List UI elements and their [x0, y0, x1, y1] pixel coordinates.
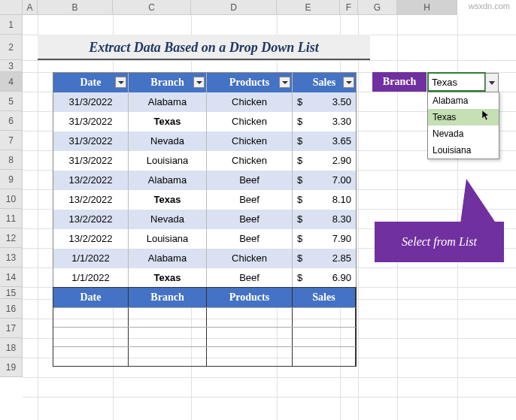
row-header-18[interactable]: 18	[0, 338, 23, 358]
cell-currency[interactable]: $	[293, 210, 315, 229]
cell-sales[interactable]: 8.10	[315, 190, 356, 210]
row-header-19[interactable]: 19	[0, 358, 23, 377]
col-header-branch[interactable]: Branch	[129, 73, 207, 92]
select-all-corner[interactable]	[0, 0, 23, 15]
row-header-13[interactable]: 13	[0, 248, 23, 267]
col-header-A[interactable]: A	[23, 0, 38, 15]
cell-currency[interactable]: $	[293, 112, 315, 131]
cell-date[interactable]: 13/2/2022	[53, 171, 129, 190]
table-row[interactable]: 31/3/2022TexasChicken$3.30	[53, 112, 356, 131]
filter-icon[interactable]	[115, 77, 126, 88]
cell-currency[interactable]: $	[293, 131, 315, 151]
cell-sales[interactable]: 3.50	[315, 92, 356, 112]
cell-products[interactable]: Chicken	[207, 249, 293, 268]
cell-currency[interactable]: $	[293, 229, 315, 249]
col-header-F[interactable]: F	[340, 0, 358, 15]
row-header-17[interactable]: 17	[0, 319, 23, 338]
row-header-5[interactable]: 5	[0, 92, 23, 111]
out-cell[interactable]	[207, 328, 293, 346]
row-header-14[interactable]: 14	[0, 267, 23, 287]
out-cell[interactable]	[293, 308, 356, 327]
row-header-1[interactable]: 1	[0, 15, 23, 35]
col-header-products[interactable]: Products	[207, 73, 293, 92]
table-row[interactable]: 1/1/2022AlabamaChicken$2.85	[53, 249, 356, 268]
row-header-6[interactable]: 6	[0, 111, 23, 131]
dropdown-button[interactable]	[485, 73, 499, 92]
table-row[interactable]: 13/2/2022LouisianaBeef$7.90	[53, 229, 356, 249]
table-row[interactable]: 13/2/2022TexasBeef$8.10	[53, 190, 356, 210]
cell-products[interactable]: Beef	[207, 210, 293, 229]
row-header-8[interactable]: 8	[0, 150, 23, 170]
cell-date[interactable]: 1/1/2022	[53, 249, 129, 268]
row-header-11[interactable]: 11	[0, 209, 23, 228]
row-header-10[interactable]: 10	[0, 189, 23, 209]
table-row[interactable]: 13/2/2022NevadaBeef$8.30	[53, 210, 356, 229]
table-row[interactable]: 13/2/2022AlabamaBeef$7.00	[53, 171, 356, 190]
cell-sales[interactable]: 7.00	[315, 171, 356, 190]
col-header-H[interactable]: H	[397, 0, 457, 15]
cell-branch[interactable]: Nevada	[129, 131, 207, 151]
cell-branch[interactable]: Alabama	[129, 171, 207, 190]
cell-products[interactable]: Beef	[207, 190, 293, 210]
cell-products[interactable]: Chicken	[207, 92, 293, 112]
filter-icon[interactable]	[279, 77, 290, 88]
dropdown-item[interactable]: Nevada	[428, 125, 499, 142]
row-header-4[interactable]: 4	[0, 72, 23, 92]
cell-branch[interactable]: Alabama	[129, 249, 207, 268]
cell-sales[interactable]: 8.30	[315, 210, 356, 229]
out-cell[interactable]	[293, 347, 356, 366]
cell-branch[interactable]: Alabama	[129, 92, 207, 112]
row-header-9[interactable]: 9	[0, 170, 23, 189]
cell-products[interactable]: Beef	[207, 268, 293, 288]
cell-sales[interactable]: 2.85	[315, 249, 356, 268]
cell-branch[interactable]: Louisiana	[129, 151, 207, 171]
cell-branch[interactable]: Nevada	[129, 210, 207, 229]
cell-date[interactable]: 31/3/2022	[53, 151, 129, 171]
cell-currency[interactable]: $	[293, 190, 315, 210]
col-header-sales[interactable]: Sales	[293, 73, 356, 92]
out-cell[interactable]	[293, 328, 356, 346]
cell-products[interactable]: Beef	[207, 229, 293, 249]
table-row[interactable]: 1/1/2022TexasBeef$6.90	[53, 268, 356, 288]
cell-currency[interactable]: $	[293, 151, 315, 171]
cell-sales[interactable]: 7.90	[315, 229, 356, 249]
row-header-3[interactable]: 3	[0, 60, 23, 72]
cell-products[interactable]: Chicken	[207, 131, 293, 151]
cell-date[interactable]: 13/2/2022	[53, 190, 129, 210]
col-header-G[interactable]: G	[358, 0, 397, 15]
cell-date[interactable]: 31/3/2022	[53, 131, 129, 151]
cell-sales[interactable]: 6.90	[315, 268, 356, 288]
table-row[interactable]: 31/3/2022AlabamaChicken$3.50	[53, 92, 356, 112]
cell-currency[interactable]: $	[293, 268, 315, 288]
cell-products[interactable]: Beef	[207, 171, 293, 190]
cell-branch[interactable]: Texas	[129, 190, 207, 210]
col-header-D[interactable]: D	[191, 0, 277, 15]
filter-icon[interactable]	[193, 77, 205, 88]
cell-currency[interactable]: $	[293, 92, 315, 112]
out-cell[interactable]	[53, 328, 129, 346]
dropdown-list[interactable]: AlabamaTexasNevadaLouisiana	[427, 92, 499, 159]
col-header-B[interactable]: B	[38, 0, 113, 15]
table-row[interactable]: 31/3/2022LouisianaChicken$2.90	[53, 151, 356, 171]
cell-currency[interactable]: $	[293, 171, 315, 190]
col-header-date[interactable]: Date	[53, 73, 129, 92]
row-header-15[interactable]: 15	[0, 287, 23, 299]
cell-date[interactable]: 31/3/2022	[53, 112, 129, 131]
out-cell[interactable]	[53, 347, 129, 366]
cell-date[interactable]: 31/3/2022	[53, 92, 129, 112]
col-header-C[interactable]: C	[113, 0, 191, 15]
cell-currency[interactable]: $	[293, 249, 315, 268]
out-cell[interactable]	[129, 328, 207, 346]
cell-date[interactable]: 1/1/2022	[53, 268, 129, 288]
cell-products[interactable]: Chicken	[207, 151, 293, 171]
cell-branch[interactable]: Texas	[129, 112, 207, 131]
row-header-2[interactable]: 2	[0, 35, 23, 60]
cell-sales[interactable]: 2.90	[315, 151, 356, 171]
row-header-7[interactable]: 7	[0, 131, 23, 150]
dropdown-item[interactable]: Alabama	[428, 92, 499, 109]
cell-sales[interactable]: 3.30	[315, 112, 356, 131]
table-row[interactable]: 31/3/2022NevadaChicken$3.65	[53, 131, 356, 151]
out-cell[interactable]	[207, 347, 293, 366]
col-header-E[interactable]: E	[277, 0, 340, 15]
row-header-12[interactable]: 12	[0, 228, 23, 248]
